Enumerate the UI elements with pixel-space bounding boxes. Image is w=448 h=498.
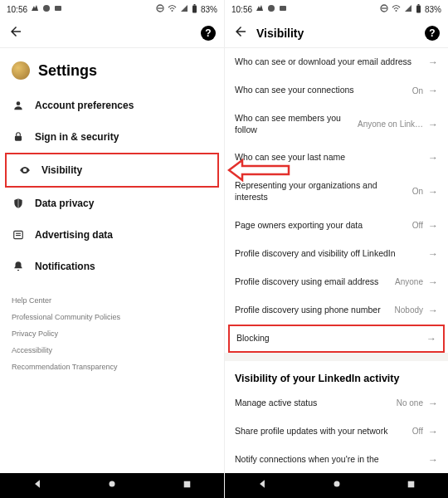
footer-recommendation-transparency[interactable]: Recommendation Transparency	[12, 359, 212, 375]
nav-advertising-data[interactable]: Advertising data	[0, 219, 224, 251]
row-value: Anyone	[395, 277, 423, 286]
chevron-right-icon: →	[428, 220, 438, 232]
chevron-right-icon: →	[428, 454, 438, 466]
chevron-right-icon: →	[428, 119, 438, 130]
bell-icon	[12, 260, 25, 273]
nav-data-privacy[interactable]: Data privacy	[0, 188, 224, 219]
row-page-owners-export[interactable]: Page owners exporting your data Off →	[225, 212, 448, 240]
row-discovery-phone[interactable]: Profile discovery using phone number Nob…	[225, 296, 448, 325]
svg-rect-21	[417, 4, 419, 6]
nav-label: Advertising data	[35, 229, 113, 241]
dnd-icon	[156, 4, 164, 14]
svg-point-0	[43, 5, 50, 12]
android-recent-button[interactable]	[182, 478, 192, 493]
svg-point-9	[24, 169, 26, 171]
wifi-icon	[168, 4, 177, 14]
row-label: Who can see members you follow	[235, 113, 353, 135]
app-bar: ?	[0, 18, 224, 48]
row-notify-connections[interactable]: Notify connections when you're in the →	[225, 446, 448, 473]
lock-icon	[12, 130, 25, 144]
shield-icon	[12, 197, 25, 210]
nav-label: Data privacy	[35, 198, 94, 209]
app-icon-3	[54, 4, 62, 14]
battery-icon	[416, 4, 421, 15]
left-screenshot: 10:56 83%	[0, 0, 224, 498]
row-blocking[interactable]: Blocking →	[228, 325, 445, 353]
chevron-right-icon: →	[426, 333, 436, 344]
row-label: Notify connections when you're in the	[235, 454, 418, 466]
android-back-button[interactable]	[32, 478, 43, 493]
footer-privacy-policy[interactable]: Privacy Policy	[12, 325, 212, 342]
svg-rect-20	[416, 5, 421, 12]
row-label: Profile discovery and visibility off Lin…	[235, 248, 418, 260]
status-battery: 83%	[425, 5, 441, 14]
status-time: 10:56	[7, 5, 27, 14]
nav-sign-in-security[interactable]: Sign in & security	[0, 121, 224, 153]
dnd-icon	[380, 4, 388, 14]
status-bar: 10:56 83%	[0, 0, 224, 18]
row-value: Off	[412, 221, 423, 230]
row-value: Off	[412, 427, 423, 436]
app-icon-1	[256, 4, 264, 14]
help-button[interactable]: ?	[425, 26, 440, 41]
footer-links: Help Center Professional Community Polic…	[0, 286, 224, 382]
signal-icon	[180, 4, 188, 14]
section-header-activity: Visibility of your LinkedIn activity	[225, 361, 448, 389]
row-value: No one	[397, 398, 423, 408]
help-button[interactable]: ?	[201, 26, 216, 41]
svg-rect-23	[408, 481, 415, 488]
settings-nav: Account preferences Sign in & security V…	[0, 86, 224, 286]
chevron-right-icon: →	[428, 276, 438, 288]
footer-community-policies[interactable]: Professional Community Policies	[12, 309, 212, 325]
row-email-address[interactable]: Who can see or download your email addre…	[225, 48, 448, 76]
eye-icon	[18, 164, 32, 177]
footer-help-center[interactable]: Help Center	[12, 292, 212, 309]
newspaper-icon	[12, 228, 25, 242]
chevron-right-icon: →	[428, 56, 438, 68]
person-icon	[12, 99, 25, 112]
app-icon-2	[42, 4, 51, 14]
row-label: Profile discovery using email address	[235, 276, 390, 288]
row-discovery-email[interactable]: Profile discovery using email address An…	[225, 268, 448, 296]
back-button[interactable]	[8, 24, 23, 42]
svg-point-19	[395, 10, 397, 12]
row-last-name[interactable]: Who can see your last name →	[225, 144, 448, 172]
chevron-right-icon: →	[428, 398, 438, 409]
nav-label: Notifications	[35, 261, 95, 272]
row-value: On	[412, 187, 423, 196]
signal-icon	[404, 4, 412, 14]
nav-label: Account preferences	[35, 100, 134, 111]
android-home-button[interactable]	[331, 478, 343, 493]
svg-point-7	[17, 101, 21, 105]
android-home-button[interactable]	[106, 478, 118, 493]
status-battery: 83%	[201, 5, 217, 14]
app-icon-2	[267, 4, 275, 14]
nav-visibility[interactable]: Visibility	[5, 153, 219, 188]
status-time: 10:56	[231, 5, 252, 14]
row-discovery-off-linkedin[interactable]: Profile discovery and visibility off Lin…	[225, 240, 448, 268]
visibility-list: Who can see or download your email addre…	[225, 48, 448, 473]
nav-notifications[interactable]: Notifications	[0, 251, 224, 282]
row-share-profile-updates[interactable]: Share profile updates with your network …	[225, 417, 448, 446]
row-organizations[interactable]: Representing your organizations and inte…	[225, 172, 448, 211]
nav-account-preferences[interactable]: Account preferences	[0, 90, 224, 121]
wifi-icon	[392, 4, 401, 14]
row-connections[interactable]: Who can see your connections On →	[225, 76, 448, 105]
android-recent-button[interactable]	[406, 478, 416, 493]
row-members-you-follow[interactable]: Who can see members you follow Anyone on…	[225, 105, 448, 144]
row-label: Blocking	[236, 333, 416, 344]
battery-icon	[192, 4, 197, 15]
chevron-right-icon: →	[428, 152, 438, 164]
back-button[interactable]	[233, 24, 248, 42]
row-active-status[interactable]: Manage active status No one →	[225, 389, 448, 417]
chevron-right-icon: →	[428, 426, 438, 437]
svg-rect-5	[192, 5, 197, 12]
svg-point-13	[110, 481, 115, 487]
section-divider	[225, 353, 448, 361]
row-label: Manage active status	[235, 398, 392, 409]
right-screenshot: 10:56 83%	[224, 0, 448, 498]
settings-header: Settings	[0, 48, 224, 86]
footer-accessibility[interactable]: Accessibility	[12, 342, 212, 359]
avatar[interactable]	[12, 61, 30, 80]
android-back-button[interactable]	[256, 478, 268, 493]
